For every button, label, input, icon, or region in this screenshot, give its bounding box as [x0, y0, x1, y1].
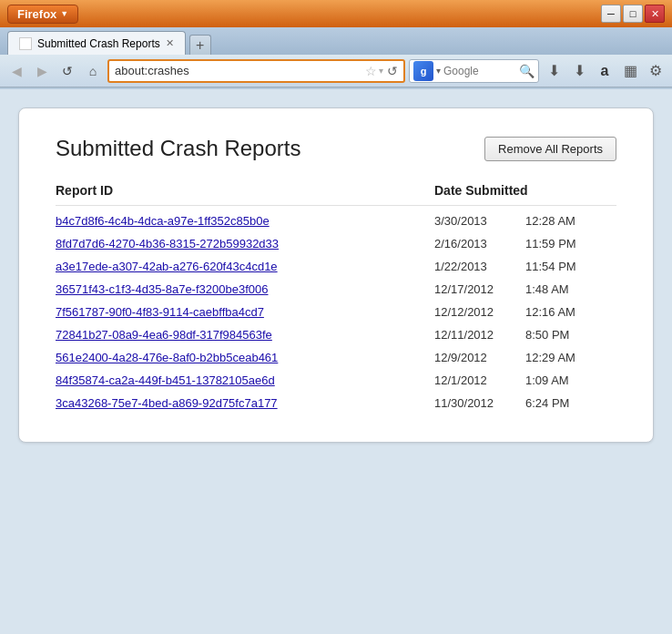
- table-row: 561e2400-4a28-476e-8af0-b2bb5ceab461 12/…: [56, 346, 616, 369]
- grid-icon[interactable]: ▦: [619, 60, 641, 82]
- date-value: 3/30/2013: [434, 214, 507, 228]
- table-row: 84f35874-ca2a-449f-b451-13782105ae6d 12/…: [56, 369, 616, 392]
- report-link[interactable]: 3ca43268-75e7-4bed-a869-92d75fc7a177: [56, 396, 434, 410]
- date-value: 12/17/2012: [434, 282, 507, 296]
- table-row: 3ca43268-75e7-4bed-a869-92d75fc7a177 11/…: [56, 392, 616, 414]
- tab-close-icon[interactable]: ✕: [166, 37, 174, 49]
- address-bar-wrapper: ☆ ▾ ↺: [107, 59, 405, 83]
- firefox-label: Firefox: [17, 7, 56, 21]
- table-header: Report ID Date Submitted: [56, 183, 616, 206]
- amazon-icon[interactable]: a: [594, 60, 616, 82]
- time-value: 6:24 PM: [525, 396, 569, 410]
- close-button[interactable]: ✕: [645, 5, 665, 23]
- remove-all-reports-button[interactable]: Remove All Reports: [484, 137, 616, 161]
- table-row: 8fd7d7d6-4270-4b36-8315-272b59932d33 2/1…: [56, 232, 616, 255]
- time-value: 8:50 PM: [525, 328, 569, 342]
- report-link[interactable]: 72841b27-08a9-4ea6-98df-317f984563fe: [56, 328, 434, 342]
- date-value: 12/11/2012: [434, 328, 507, 342]
- home-button[interactable]: ⌂: [82, 60, 104, 82]
- firefox-menu-button[interactable]: Firefox ▼: [7, 5, 78, 24]
- title-bar: Firefox ▼ ─ □ ✕: [0, 0, 672, 27]
- table-row: b4c7d8f6-4c4b-4dca-a97e-1ff352c85b0e 3/3…: [56, 210, 616, 232]
- reload-button[interactable]: ↺: [56, 60, 78, 82]
- nav-bar: ◀ ▶ ↺ ⌂ ☆ ▾ ↺ g ▾ 🔍 ⬇ ⬇ a ▦ ⚙: [0, 55, 672, 87]
- card-header: Submitted Crash Reports Remove All Repor…: [56, 136, 616, 161]
- table-row: 36571f43-c1f3-4d35-8a7e-f3200be3f006 12/…: [56, 278, 616, 301]
- report-date: 12/9/2012 12:29 AM: [434, 351, 616, 364]
- tab-label: Submitted Crash Reports: [37, 37, 160, 50]
- maximize-button[interactable]: □: [623, 5, 643, 23]
- report-date: 12/12/2012 12:16 AM: [434, 305, 616, 319]
- date-value: 12/12/2012: [434, 305, 507, 319]
- report-link[interactable]: 36571f43-c1f3-4d35-8a7e-f3200be3f006: [56, 282, 434, 296]
- tab-favicon: [19, 37, 32, 50]
- time-value: 1:09 AM: [525, 373, 569, 387]
- forward-button[interactable]: ▶: [31, 60, 53, 82]
- report-link[interactable]: 8fd7d7d6-4270-4b36-8315-272b59932d33: [56, 237, 434, 251]
- report-date: 3/30/2013 12:28 AM: [434, 214, 616, 228]
- search-bar: g ▾ 🔍: [409, 59, 539, 83]
- table-row: 7f561787-90f0-4f83-9114-caebffba4cd7 12/…: [56, 301, 616, 323]
- report-date: 12/1/2012 1:09 AM: [434, 373, 616, 387]
- col-header-date: Date Submitted: [434, 183, 616, 198]
- col-header-date-label: Date Submitted: [434, 183, 528, 198]
- firefox-dropdown-arrow: ▼: [60, 9, 68, 18]
- address-input[interactable]: [115, 64, 365, 77]
- active-tab[interactable]: Submitted Crash Reports ✕: [7, 31, 186, 55]
- settings-icon[interactable]: ⚙: [645, 60, 667, 82]
- time-value: 12:28 AM: [525, 214, 575, 228]
- back-button[interactable]: ◀: [5, 60, 27, 82]
- refresh-icon[interactable]: ↺: [387, 64, 398, 78]
- date-value: 2/16/2013: [434, 237, 507, 251]
- date-value: 12/9/2012: [434, 351, 507, 364]
- tab-bar: Submitted Crash Reports ✕ +: [0, 27, 672, 55]
- time-value: 11:59 PM: [525, 237, 576, 251]
- content-area: Submitted Crash Reports Remove All Repor…: [0, 89, 672, 634]
- toolbar-icons: ⬇ ⬇ a ▦ ⚙: [543, 60, 667, 82]
- report-date: 12/11/2012 8:50 PM: [434, 328, 616, 342]
- search-dropdown-icon[interactable]: ▾: [436, 66, 441, 76]
- report-date: 1/22/2013 11:54 PM: [434, 260, 616, 273]
- col-header-report-id: Report ID: [56, 183, 434, 198]
- date-value: 1/22/2013: [434, 260, 507, 273]
- bookmark-dropdown-icon[interactable]: ▾: [379, 66, 383, 76]
- new-tab-button[interactable]: +: [189, 35, 211, 55]
- reports-list: b4c7d8f6-4c4b-4dca-a97e-1ff352c85b0e 3/3…: [56, 210, 616, 414]
- star-icon[interactable]: ☆: [365, 64, 377, 78]
- time-value: 12:16 AM: [525, 305, 575, 319]
- report-link[interactable]: 561e2400-4a28-476e-8af0-b2bb5ceab461: [56, 351, 434, 364]
- report-link[interactable]: 84f35874-ca2a-449f-b451-13782105ae6d: [56, 373, 434, 387]
- report-date: 11/30/2012 6:24 PM: [434, 396, 616, 410]
- report-link[interactable]: 7f561787-90f0-4f83-9114-caebffba4cd7: [56, 305, 434, 319]
- search-lens-icon[interactable]: 🔍: [519, 64, 535, 78]
- time-value: 12:29 AM: [525, 351, 575, 364]
- report-date: 2/16/2013 11:59 PM: [434, 237, 616, 251]
- page-title: Submitted Crash Reports: [56, 136, 300, 161]
- table-row: 72841b27-08a9-4ea6-98df-317f984563fe 12/…: [56, 323, 616, 346]
- download-icon[interactable]: ⬇: [543, 60, 565, 82]
- date-value: 11/30/2012: [434, 396, 507, 410]
- report-link[interactable]: a3e17ede-a307-42ab-a276-620f43c4cd1e: [56, 260, 434, 273]
- report-link[interactable]: b4c7d8f6-4c4b-4dca-a97e-1ff352c85b0e: [56, 214, 434, 228]
- google-icon: g: [413, 61, 433, 81]
- time-value: 11:54 PM: [525, 260, 576, 273]
- table-row: a3e17ede-a307-42ab-a276-620f43c4cd1e 1/2…: [56, 255, 616, 278]
- date-value: 12/1/2012: [434, 373, 507, 387]
- time-value: 1:48 AM: [525, 282, 569, 296]
- crash-reports-card: Submitted Crash Reports Remove All Repor…: [18, 107, 654, 443]
- download2-icon[interactable]: ⬇: [568, 60, 590, 82]
- report-date: 12/17/2012 1:48 AM: [434, 282, 616, 296]
- search-input[interactable]: [443, 65, 516, 77]
- minimize-button[interactable]: ─: [601, 5, 621, 23]
- window-controls: ─ □ ✕: [601, 5, 665, 23]
